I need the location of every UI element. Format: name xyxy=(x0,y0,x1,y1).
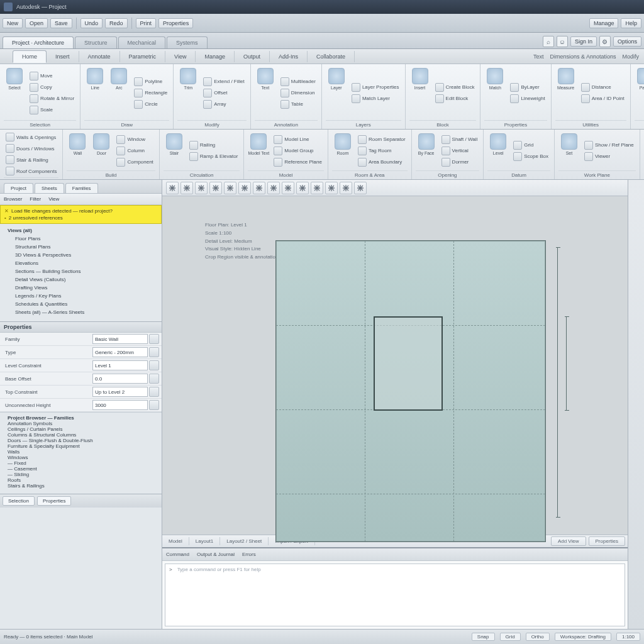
tree-node[interactable]: Furniture & Specialty Equipment xyxy=(8,443,158,449)
doc-tab-active[interactable]: Project · Architecture xyxy=(3,36,74,48)
search-icon[interactable]: ⌕ xyxy=(543,36,554,47)
ribbon-small-button[interactable]: Array xyxy=(201,99,246,109)
left-tab-project[interactable]: Project xyxy=(4,183,33,193)
tree-node[interactable]: Ceilings / Curtain Panels xyxy=(8,426,158,432)
ribbon-small-button[interactable]: Tag Room xyxy=(356,146,408,156)
ribbon-small-button[interactable]: Railing xyxy=(187,140,240,150)
warning-close-icon[interactable]: ✕ xyxy=(4,208,9,214)
qa-save-button[interactable]: Save xyxy=(50,18,72,28)
tree-group-title[interactable]: Views (all) xyxy=(8,226,158,235)
ribbon-small-button[interactable]: Model Line xyxy=(272,135,324,145)
gear-icon[interactable]: ⚙ xyxy=(599,36,611,47)
show-hidden-icon[interactable] xyxy=(340,182,352,194)
ribbon-tab-parametric[interactable]: Parametric xyxy=(120,51,166,62)
sun-path-icon[interactable] xyxy=(311,182,323,194)
ribbon-small-button[interactable]: ByLayer xyxy=(508,82,547,92)
property-more-icon[interactable] xyxy=(149,374,159,384)
ribbon-small-button[interactable]: Lineweight xyxy=(508,94,547,104)
ribbon-small-button[interactable]: Viewer xyxy=(582,152,636,162)
tree-node[interactable]: Walls xyxy=(8,449,158,455)
cmd-tab[interactable]: Output & Journal xyxy=(197,552,235,557)
ribbon-big-button[interactable]: Text xyxy=(255,67,276,103)
tree-node[interactable]: Structural Plans xyxy=(15,243,158,251)
ribbon-small-button[interactable]: Dimension xyxy=(279,88,318,98)
ribbon-small-button[interactable]: Shaft / Wall xyxy=(440,135,480,145)
ribbon-tab-collab[interactable]: Collaborate xyxy=(308,51,355,62)
tree-node[interactable]: Annotation Symbols xyxy=(8,421,158,426)
property-value-input[interactable]: Up to Level 2 xyxy=(92,387,148,397)
zoom-extents-icon[interactable] xyxy=(195,182,208,194)
scale-selector[interactable]: 1:100 xyxy=(616,633,640,641)
ribbon-big-button[interactable]: Measure xyxy=(555,67,577,103)
footer-button[interactable]: Properties xyxy=(589,536,625,546)
ribbon-big-button[interactable]: Stair xyxy=(164,132,185,169)
ribbon-small-button[interactable]: Rotate & Mirror xyxy=(28,94,76,104)
dimension-line[interactable] xyxy=(566,316,567,411)
ribbon-tab-view[interactable]: View xyxy=(165,51,196,62)
left-bottom-tab[interactable]: Selection xyxy=(3,496,35,506)
tree-node[interactable]: Schedules & Quantities xyxy=(15,300,158,308)
ribbon-tab-home[interactable]: Home xyxy=(13,50,47,63)
left-bottom-tab[interactable]: Properties xyxy=(37,496,71,506)
tree-node[interactable]: Doors — Single-Flush & Double-Flush xyxy=(8,438,158,443)
qa-redo-button[interactable]: Redo xyxy=(105,18,128,28)
workspace-selector[interactable]: Workspace: Drafting xyxy=(555,633,611,641)
tree-node[interactable]: Windows xyxy=(8,455,158,460)
ribbon-small-button[interactable]: Create Block xyxy=(433,82,477,92)
doc-tab[interactable]: Structure xyxy=(75,36,117,48)
menu-manage[interactable]: Manage xyxy=(589,18,619,28)
pan-icon[interactable] xyxy=(180,182,193,194)
ribbon-small-button[interactable]: Reference Plane xyxy=(272,157,324,167)
ribbon-small-button[interactable]: Walls & Openings xyxy=(4,132,58,142)
tree-node[interactable]: 3D Views & Perspectives xyxy=(15,251,158,259)
property-value-input[interactable]: 3000 xyxy=(92,400,148,410)
ribbon-small-button[interactable]: Move xyxy=(28,71,76,81)
ribbon-tab-output[interactable]: Output xyxy=(235,51,270,62)
ribbon-small-button[interactable]: Edit Block xyxy=(433,94,477,104)
right-collapsed-panel[interactable] xyxy=(628,180,644,629)
qa-undo-button[interactable]: Undo xyxy=(80,18,103,28)
ribbon-small-button[interactable]: Table xyxy=(279,99,318,109)
ribbon-small-button[interactable]: Copy xyxy=(28,82,76,92)
ribbon-small-button[interactable]: Layer Properties xyxy=(350,82,401,92)
ribbon-small-button[interactable]: Scope Box xyxy=(511,152,550,162)
tree-node[interactable]: Legends / Key Plans xyxy=(15,292,158,300)
ribbon-big-button[interactable]: Line xyxy=(84,67,106,103)
property-value-input[interactable]: Generic - 200mm xyxy=(92,347,148,357)
zoom-window-icon[interactable] xyxy=(209,182,222,194)
ribbon-tab-manage[interactable]: Manage xyxy=(196,51,235,62)
tree-node[interactable]: Drafting Views xyxy=(15,284,158,292)
property-more-icon[interactable] xyxy=(149,360,159,370)
ribbon-small-button[interactable]: Match Layer xyxy=(350,94,401,104)
walk-icon[interactable] xyxy=(238,182,251,194)
ribbon-small-button[interactable]: Roof Components xyxy=(4,166,58,176)
ribbon-big-button[interactable]: Wall xyxy=(67,132,88,169)
qa-open-button[interactable]: Open xyxy=(25,18,48,28)
shadows-icon[interactable] xyxy=(296,182,309,194)
ribbon-big-button[interactable]: By Face xyxy=(416,132,437,169)
qa-new-button[interactable]: New xyxy=(3,18,23,28)
tree-node[interactable]: Sections — Building Sections xyxy=(15,267,158,275)
ribbon-small-button[interactable]: Column xyxy=(114,146,155,156)
user-icon[interactable]: ☺ xyxy=(557,36,568,47)
tree-node[interactable]: — Sliding xyxy=(8,472,158,477)
reveal-icon[interactable] xyxy=(354,182,367,194)
drawing-canvas-viewport[interactable]: Floor Plan: Level 1Scale 1:100Detail Lev… xyxy=(162,196,628,535)
ribbon-small-button[interactable]: Show / Ref Plane xyxy=(582,140,636,150)
footer-button[interactable]: Add View xyxy=(551,536,586,546)
ribbon-small-button[interactable]: Window xyxy=(114,135,155,145)
property-more-icon[interactable] xyxy=(149,334,159,344)
ribbon-small-button[interactable]: Polyline xyxy=(132,77,169,87)
ribbon-big-button[interactable]: Trim xyxy=(177,67,199,103)
ribbon-small-button[interactable]: Scale xyxy=(28,105,76,115)
ribbon-big-button[interactable]: Arc xyxy=(108,67,130,103)
menu-help[interactable]: Help xyxy=(621,18,641,28)
left-tab-families[interactable]: Families xyxy=(65,183,98,193)
tree-node[interactable]: Roofs xyxy=(8,477,158,483)
cmd-tab[interactable]: Errors xyxy=(242,552,256,557)
property-more-icon[interactable] xyxy=(149,387,159,397)
tree-node[interactable]: — Fixed xyxy=(8,460,158,466)
ribbon-small-button[interactable]: Vertical xyxy=(440,146,480,156)
ribbon-small-button[interactable]: Model Group xyxy=(272,146,324,156)
ribbon-small-button[interactable]: Circle xyxy=(132,99,169,109)
